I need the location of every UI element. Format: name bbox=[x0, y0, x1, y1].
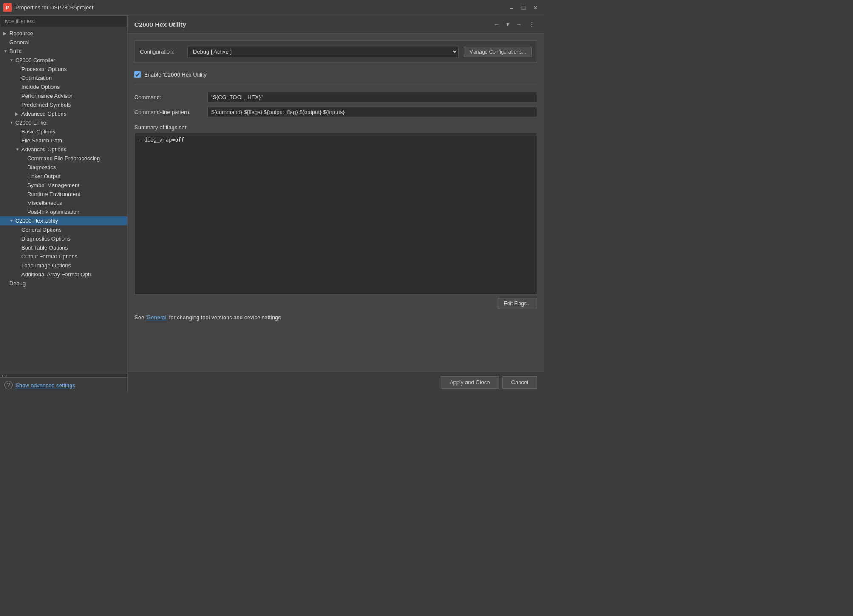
sidebar-item-label: Runtime Environment bbox=[27, 191, 80, 197]
command-input[interactable] bbox=[207, 92, 537, 102]
arrow-icon: ▼ bbox=[9, 219, 14, 223]
sidebar-item-optimization[interactable]: Optimization bbox=[0, 74, 127, 82]
sidebar-item-label: C2000 Hex Utility bbox=[15, 218, 58, 224]
page-title: C2000 Hex Utility bbox=[134, 21, 186, 28]
sidebar-item-label: Predefined Symbols bbox=[21, 102, 71, 108]
enable-checkbox[interactable] bbox=[134, 71, 141, 78]
sidebar-item-general[interactable]: General bbox=[0, 38, 127, 47]
sidebar-item-label: Load Image Options bbox=[21, 262, 71, 269]
show-advanced-settings-link[interactable]: Show advanced settings bbox=[15, 382, 75, 389]
summary-section: Summary of flags set: --diag_wrap=off bbox=[134, 124, 537, 295]
content-header: C2000 Hex Utility ← ▾ → ⋮ bbox=[128, 15, 544, 34]
sidebar-item-include-options[interactable]: Include Options bbox=[0, 82, 127, 91]
sidebar-item-c2000-compiler[interactable]: ▼ C2000 Compiler bbox=[0, 56, 127, 65]
sidebar-item-label: Boot Table Options bbox=[21, 244, 68, 251]
header-icons: ← ▾ → ⋮ bbox=[491, 20, 537, 29]
cmdline-label: Command-line pattern: bbox=[134, 109, 202, 115]
configuration-row: Configuration: Debug [ Active ] Manage C… bbox=[134, 40, 537, 63]
close-button[interactable]: ✕ bbox=[530, 3, 541, 13]
help-icon[interactable]: ? bbox=[4, 381, 13, 389]
summary-label: Summary of flags set: bbox=[134, 124, 537, 131]
edit-flags-row: Edit Flags... bbox=[134, 298, 537, 309]
manage-configurations-button[interactable]: Manage Configurations... bbox=[464, 47, 532, 57]
general-link[interactable]: 'General' bbox=[146, 314, 167, 321]
sidebar-item-post-link-optimization[interactable]: Post-link optimization bbox=[0, 207, 127, 216]
sidebar-item-boot-table-options[interactable]: Boot Table Options bbox=[0, 243, 127, 252]
enable-label: Enable 'C2000 Hex Utility' bbox=[144, 71, 207, 78]
sidebar-item-label: Additional Array Format Opti bbox=[21, 271, 91, 278]
sidebar-item-label: Miscellaneous bbox=[27, 200, 62, 206]
sidebar-item-diagnostics-options[interactable]: Diagnostics Options bbox=[0, 234, 127, 243]
nav-back-button[interactable]: ← bbox=[491, 20, 502, 29]
arrow-icon: ▼ bbox=[3, 49, 9, 54]
sidebar-item-label: Output Format Options bbox=[21, 253, 77, 260]
nav-dropdown-button[interactable]: ▾ bbox=[504, 20, 512, 29]
sidebar-item-load-image-options[interactable]: Load Image Options bbox=[0, 261, 127, 270]
minimize-button[interactable]: – bbox=[507, 3, 517, 13]
sidebar-item-label: Symbol Management bbox=[27, 182, 79, 188]
sidebar-item-c2000-hex-utility[interactable]: ▼ C2000 Hex Utility bbox=[0, 216, 127, 225]
content-area: C2000 Hex Utility ← ▾ → ⋮ Configuration:… bbox=[128, 15, 544, 372]
arrow-icon: ▼ bbox=[9, 120, 14, 125]
sidebar-item-label: Basic Options bbox=[21, 128, 55, 135]
filter-input[interactable] bbox=[0, 15, 127, 27]
see-general-note: See 'General' for changing tool versions… bbox=[134, 314, 537, 321]
window-title: Properties for DSP28035project bbox=[15, 4, 507, 11]
sidebar-item-performance-advisor[interactable]: Performance Advisor bbox=[0, 91, 127, 100]
window-controls: – □ ✕ bbox=[507, 3, 541, 13]
sidebar-item-predefined-symbols[interactable]: Predefined Symbols bbox=[0, 100, 127, 109]
sidebar-item-label: Performance Advisor bbox=[21, 93, 73, 99]
sidebar-item-debug[interactable]: Debug bbox=[0, 279, 127, 288]
sidebar-item-output-format-options[interactable]: Output Format Options bbox=[0, 252, 127, 261]
summary-box: --diag_wrap=off bbox=[134, 133, 537, 295]
help-symbol: ? bbox=[7, 382, 10, 388]
app-icon: P bbox=[3, 3, 12, 12]
sidebar-item-build[interactable]: ▼ Build bbox=[0, 47, 127, 56]
sidebar-item-label: Linker Output bbox=[27, 173, 60, 179]
nav-forward-button[interactable]: → bbox=[513, 20, 524, 29]
cmdline-input[interactable] bbox=[207, 107, 537, 117]
edit-flags-button[interactable]: Edit Flags... bbox=[498, 298, 537, 309]
sidebar-item-c2000-linker[interactable]: ▼ C2000 Linker bbox=[0, 118, 127, 127]
nav-menu-button[interactable]: ⋮ bbox=[526, 20, 537, 29]
sidebar-item-general-options[interactable]: General Options bbox=[0, 225, 127, 234]
enable-row: Enable 'C2000 Hex Utility' bbox=[134, 71, 537, 85]
sidebar-item-linker-output[interactable]: Linker Output bbox=[0, 172, 127, 181]
sidebar-item-additional-array-format[interactable]: Additional Array Format Opti bbox=[0, 270, 127, 279]
cancel-button[interactable]: Cancel bbox=[502, 376, 537, 389]
sidebar-item-cmd-file-preprocess[interactable]: Command File Preprocessing bbox=[0, 154, 127, 163]
title-bar: P Properties for DSP28035project – □ ✕ bbox=[0, 0, 544, 15]
sidebar-item-advanced-options-cc[interactable]: ▶ Advanced Options bbox=[0, 109, 127, 118]
sidebar-item-file-search-path[interactable]: File Search Path bbox=[0, 136, 127, 145]
sidebar-item-label: General Options bbox=[21, 227, 62, 233]
sidebar-item-resource[interactable]: ▶ Resource bbox=[0, 29, 127, 38]
sidebar-item-basic-options[interactable]: Basic Options bbox=[0, 127, 127, 136]
apply-and-close-button[interactable]: Apply and Close bbox=[441, 376, 499, 389]
sidebar-item-miscellaneous[interactable]: Miscellaneous bbox=[0, 199, 127, 207]
configuration-select[interactable]: Debug [ Active ] bbox=[187, 46, 459, 57]
sidebar-item-label: C2000 Compiler bbox=[15, 57, 55, 63]
sidebar-item-label: Diagnostics bbox=[27, 164, 56, 170]
sidebar-item-label: Resource bbox=[9, 30, 33, 37]
sidebar-item-label: General bbox=[9, 39, 29, 45]
restore-button[interactable]: □ bbox=[519, 3, 529, 13]
sidebar-item-symbol-management[interactable]: Symbol Management bbox=[0, 181, 127, 190]
content-body: Configuration: Debug [ Active ] Manage C… bbox=[128, 34, 544, 372]
sidebar-item-label: Command File Preprocessing bbox=[27, 155, 100, 162]
tree-area: ▶ Resource General ▼ Build ▼ C2000 Compi… bbox=[0, 27, 127, 374]
sidebar-item-label: Optimization bbox=[21, 75, 52, 81]
sidebar-item-advanced-options-ln[interactable]: ▼ Advanced Options bbox=[0, 145, 127, 154]
see-general-suffix: for changing tool versions and device se… bbox=[167, 314, 281, 321]
sidebar-item-label: Processor Options bbox=[21, 66, 67, 72]
sidebar-item-label: Post-link optimization bbox=[27, 209, 79, 215]
sidebar-item-processor-options[interactable]: Processor Options bbox=[0, 65, 127, 74]
command-label: Command: bbox=[134, 94, 202, 100]
arrow-icon: ▶ bbox=[3, 31, 9, 36]
sidebar-item-label: C2000 Linker bbox=[15, 119, 48, 126]
sidebar-hscroll: ‹ › bbox=[0, 374, 127, 377]
sidebar-item-diagnostics[interactable]: Diagnostics bbox=[0, 163, 127, 172]
sidebar-item-label: Build bbox=[9, 48, 22, 54]
bottom-bar: Apply and Close Cancel bbox=[128, 372, 544, 393]
sidebar-item-runtime-environment[interactable]: Runtime Environment bbox=[0, 190, 127, 199]
sidebar-item-label: Diagnostics Options bbox=[21, 236, 71, 242]
